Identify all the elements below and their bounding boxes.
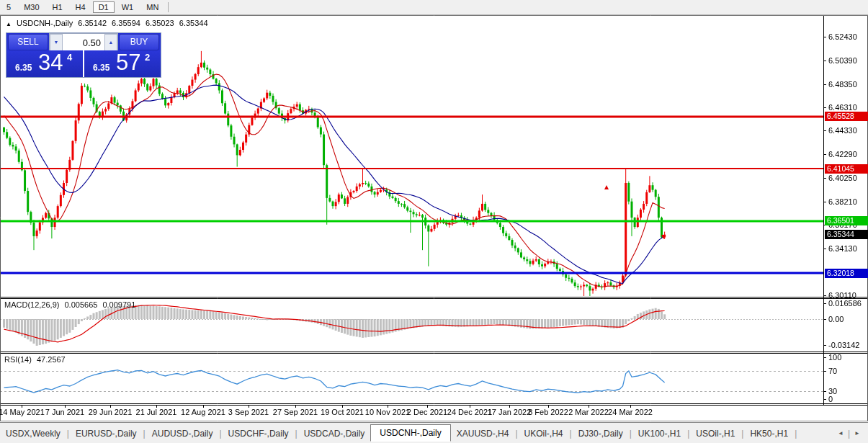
tab-separator: | (848, 429, 850, 439)
ohlc-low: 6.35023 (146, 19, 174, 27)
timeframe-button-H1[interactable]: H1 (47, 1, 68, 13)
tab-separator: | (795, 429, 797, 439)
chart-collapse-icon[interactable]: ▲ (6, 21, 12, 27)
sell-price-big: 34 (38, 50, 63, 76)
macd-header: MACD(12,26,9) 0.005665 0.009791 (4, 300, 135, 309)
tab-usdchf-daily[interactable]: USDCHF-,Daily (223, 426, 295, 442)
tab-audusd-daily[interactable]: AUDUSD-,Daily (146, 426, 219, 442)
sell-price-prefix: 6.35 (15, 63, 32, 73)
price-tick-label: 6.52430 (828, 32, 857, 41)
price-tick-label: 6.42290 (828, 150, 857, 158)
symbol-tab-bar: USDX,Weekly|EURUSD-,Daily|AUDUSD-,Daily|… (0, 422, 868, 443)
one-click-trade-panel: SELL ▼ ▲ BUY 6.35 34 4 6.35 57 2 (6, 32, 161, 78)
volume-up-icon[interactable]: ▲ (104, 34, 117, 51)
tab-separator: | (687, 429, 689, 439)
date-tick-label: 19 Oct 2021 (321, 408, 364, 416)
price-tick-label: 6.40250 (828, 174, 857, 182)
trade-controls-row: SELL ▼ ▲ BUY (6, 33, 161, 50)
trading-terminal: { "toolbar": { "items": [ {"label": "5",… (0, 0, 868, 443)
rsi-header: RSI(14) 47.2567 (4, 355, 66, 364)
timeframe-button-MN[interactable]: MN (140, 1, 164, 13)
tab-xauusd-h4[interactable]: XAUUSD-,H4 (451, 426, 515, 442)
date-tick-label: 14 May 2021 (0, 408, 45, 416)
date-tick-label: 24 Dec 2021 (447, 408, 492, 416)
timeframe-button-W1[interactable]: W1 (116, 1, 140, 13)
tab-separator: | (515, 429, 517, 439)
sell-button[interactable]: SELL (8, 34, 48, 50)
ohlc-close: 6.35344 (179, 19, 208, 27)
buy-price-display[interactable]: 6.35 57 2 (84, 50, 161, 77)
date-tick-label: 2 Dec 2021 (407, 408, 447, 416)
price-tick-label: 6.48350 (828, 80, 857, 89)
date-tick-label: 2 Mar 2022 (568, 408, 609, 416)
tab-separator: | (741, 429, 743, 439)
date-tick-label: 24 Mar 2022 (608, 408, 653, 416)
price-level-label-6.41045: 6.41045 (825, 164, 868, 174)
date-tick-label: 27 Sep 2021 (273, 408, 318, 416)
timeframe-button-M30[interactable]: M30 (18, 1, 45, 13)
tab-separator: | (143, 429, 146, 439)
price-tick-label: 6.30110 (828, 291, 856, 300)
tab-uk100-h1[interactable]: UK100-,H1 (632, 426, 686, 442)
tab-separator: | (67, 429, 69, 439)
date-tick-label: 12 Aug 2021 (181, 408, 225, 416)
tab-eurusd-daily[interactable]: EURUSD-,Daily (70, 426, 143, 442)
toolbar-separator (168, 2, 169, 12)
price-level-label-6.36501: 6.36501 (825, 216, 868, 225)
tab-usdcnh-daily[interactable]: USDCNH-,Daily (370, 424, 450, 442)
date-tick-label: 29 Jun 2021 (89, 408, 133, 416)
tab-separator: | (630, 429, 632, 439)
price-level-label-6.35344: 6.35344 (825, 230, 868, 239)
date-tick-label: 17 Jan 2022 (488, 408, 532, 416)
tab-usdcad-daily[interactable]: USDCAD-,Daily (298, 426, 371, 442)
tab-dj30-daily[interactable]: DJ30-,Daily (573, 426, 629, 442)
buy-price-prefix: 6.35 (93, 63, 109, 73)
sell-price-display[interactable]: 6.35 34 4 (6, 50, 84, 77)
tab-ukoil-h4[interactable]: UKOil-,H4 (519, 426, 569, 442)
date-tick-label: 8 Feb 2022 (528, 408, 568, 416)
ohlc-high: 6.35594 (112, 19, 140, 27)
tabs-scroll-left-icon[interactable]: ◄ (834, 429, 847, 438)
macd-tick-label: 0.00 (828, 315, 844, 323)
macd-main-value: 0.005665 (64, 300, 97, 309)
rsi-title: RSI(14) (4, 355, 32, 364)
chart-title-bar: ▲ USDCNH-,Daily 6.35142 6.35594 6.35023 … (6, 19, 211, 27)
date-tick-label: 7 Jun 2021 (45, 408, 84, 416)
timeframe-button-D1[interactable]: D1 (93, 1, 115, 13)
tab-separator: | (295, 429, 297, 439)
tabs-scroll-right-icon[interactable]: ► (851, 429, 864, 438)
macd-tick-label: 0.016586 (828, 299, 862, 308)
macd-signal-value: 0.009791 (102, 300, 135, 309)
price-level-label-6.32018: 6.32018 (825, 269, 868, 278)
macd-tick-label: -0.03142 (828, 341, 859, 349)
rsi-tick-label: 70 (828, 367, 837, 375)
volume-down-icon[interactable]: ▼ (50, 34, 63, 51)
price-level-label-6.45528: 6.45528 (825, 112, 868, 121)
price-tick-label: 6.44330 (828, 126, 857, 135)
tab-usdx-weekly[interactable]: USDX,Weekly (0, 426, 66, 442)
date-tick-label: 10 Nov 2021 (365, 408, 410, 416)
rsi-value: 47.2567 (37, 355, 66, 364)
price-tick-label: 6.46310 (828, 103, 857, 112)
timeframe-button-5[interactable]: 5 (1, 1, 17, 13)
price-tick-label: 6.34130 (828, 244, 857, 253)
tab-separator: | (570, 429, 572, 439)
rsi-tick-label: 100 (828, 353, 841, 362)
timeframe-button-H4[interactable]: H4 (70, 1, 91, 13)
buy-price-sup: 2 (145, 52, 150, 63)
buy-price-big: 57 (116, 50, 140, 76)
buy-button[interactable]: BUY (119, 34, 159, 50)
price-tick-label: 6.50390 (828, 56, 857, 65)
price-tick-label: 6.38210 (828, 197, 857, 206)
tab-usoil-h1[interactable]: USOil-,H1 (690, 426, 741, 442)
chart-symbol-title: USDCNH-,Daily (17, 19, 73, 27)
tab-hk50-h1[interactable]: HK50-,H1 (744, 426, 794, 442)
timeframe-toolbar: 5M30H1H4D1W1MN (0, 0, 868, 15)
volume-input[interactable] (63, 34, 104, 51)
date-tick-label: 21 Jul 2021 (136, 408, 177, 416)
date-tick-label: 3 Sep 2021 (228, 408, 269, 416)
chart-window: ▲ USDCNH-,Daily 6.35142 6.35594 6.35023 … (0, 15, 868, 422)
macd-title: MACD(12,26,9) (4, 300, 59, 309)
trade-prices-row: 6.35 34 4 6.35 57 2 (6, 50, 161, 77)
rsi-tick-label: 0 (828, 395, 833, 403)
